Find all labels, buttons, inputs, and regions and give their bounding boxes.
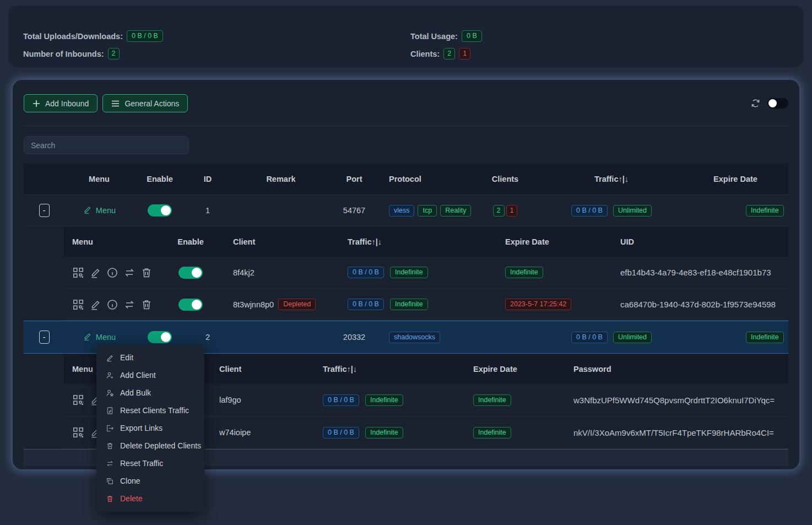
inbound-2-port: 20332 (332, 333, 376, 342)
toolbar-right (750, 98, 788, 109)
info-icon[interactable] (106, 299, 118, 311)
qrcode-icon[interactable] (72, 267, 84, 279)
client-laf9go-expire: Indefinite (472, 394, 571, 406)
inbound-row-1[interactable]: - Menu 1 54767 vless tcp Reality (24, 195, 788, 226)
refresh-icon[interactable] (750, 98, 761, 109)
inbound-1-id: 1 (186, 206, 230, 215)
qrcode-icon[interactable] (72, 426, 84, 439)
general-actions-button[interactable]: General Actions (102, 94, 188, 112)
client-name-text: 8t3wjnn8p0 (233, 300, 274, 309)
context-menu-item-add-client[interactable]: Add Client (96, 366, 204, 384)
number-of-inbounds-value: 2 (108, 48, 120, 59)
context-menu-item-export-links[interactable]: Export Links (96, 419, 204, 437)
context-menu-item-reset-traffic[interactable]: Reset Traffic (96, 454, 204, 472)
client-header-client: Client (215, 237, 334, 246)
client-w74ioipe-traffic: 0 B / 0 B Indefinite (316, 427, 472, 439)
protocol-tag-vless: vless (389, 205, 414, 217)
traffic-limit-badge: Indefinite (365, 394, 403, 406)
inbound-1-clients: 2 1 (470, 205, 540, 217)
client-w74ioipe-expire: Indefinite (472, 427, 571, 439)
traffic-limit-badge: Indefinite (390, 267, 428, 278)
users-add-icon (106, 389, 114, 397)
client-header-traffic-sortable[interactable]: Traffic↑|↓ (334, 237, 494, 246)
number-of-inbounds-label: Number of Inbounds: (23, 50, 104, 58)
reset-client-traffic-icon[interactable] (123, 267, 136, 279)
context-menu-item-edit[interactable]: Edit (96, 349, 204, 366)
qrcode-icon[interactable] (72, 299, 84, 311)
client-w74ioipe-name: w74ioipe (201, 428, 316, 437)
client-8t3wjnn8p0-name: 8t3wjnn8p0 Depleted (215, 299, 334, 310)
client-row-8t3wjnn8p0[interactable]: 8t3wjnn8p0 Depleted 0 B / 0 B Indefinite… (64, 289, 788, 321)
client-header-expire: Expire Date (472, 365, 571, 374)
client-8t3wjnn8p0-expire: 2023-5-7 17:25:42 (494, 299, 596, 310)
add-inbound-label: Add Inbound (45, 99, 89, 108)
total-uploads-downloads-label: Total Uploads/Downloads: (23, 32, 123, 41)
inbound-1-menu-button[interactable]: Menu (83, 205, 116, 216)
inbound-1-clients-active: 2 (493, 205, 505, 217)
header-id: ID (186, 175, 230, 183)
info-icon[interactable] (106, 267, 118, 279)
inbound-1-traffic-limit: Unlimited (613, 205, 652, 217)
collapse-inbound-2-button[interactable]: - (39, 331, 50, 344)
client-action-icons (72, 267, 153, 279)
header-protocol: Protocol (376, 175, 470, 183)
client-header-menu: Menu (64, 237, 166, 246)
traffic-limit-badge: Indefinite (365, 427, 403, 439)
inbound-1-protocol-tags: vless tcp Reality (376, 205, 470, 217)
traffic-badge: 0 B / 0 B (348, 267, 384, 278)
inbound-1-enable-toggle[interactable] (148, 204, 172, 217)
protocol-tag-tcp: tcp (418, 205, 437, 217)
reset-client-traffic-icon[interactable] (123, 299, 136, 311)
context-menu-item-delete[interactable]: Delete (96, 490, 204, 507)
edit-client-icon[interactable] (89, 267, 101, 279)
inbound-context-menu: Edit Add Client Add Bulk Reset Clients T… (96, 344, 204, 512)
inbounds-table-header: Menu Enable ID Remark Port Protocol Clie… (24, 164, 788, 195)
expire-badge: Indefinite (473, 394, 511, 406)
inbound-1-clients-depleted: 1 (506, 205, 518, 217)
client-header-password: Password (571, 365, 788, 374)
total-uploads-downloads-value: 0 B / 0 B (127, 30, 163, 42)
auto-refresh-toggle[interactable] (767, 98, 788, 109)
client-header-uid: UID (596, 237, 788, 246)
delete-client-icon[interactable] (140, 299, 153, 311)
client-8f4kj2-traffic: 0 B / 0 B Indefinite (334, 267, 494, 278)
search-input[interactable] (24, 136, 189, 154)
edit-client-icon[interactable] (89, 299, 101, 311)
client-header-traffic-sortable[interactable]: Traffic↑|↓ (316, 365, 472, 374)
collapse-inbound-1-button[interactable]: - (39, 204, 50, 217)
inbound-2-enable-toggle[interactable] (148, 331, 172, 343)
header-port: Port (332, 175, 376, 183)
inbound-1-port: 54767 (332, 206, 376, 215)
plus-icon (33, 100, 40, 107)
header-menu: Menu (64, 175, 134, 183)
header-traffic-sortable[interactable]: Traffic↑|↓ (540, 175, 683, 183)
stats-left-column: Total Uploads/Downloads: 0 B / 0 B Numbe… (23, 30, 163, 59)
delete-client-icon[interactable] (140, 267, 153, 279)
client-w74ioipe-password: nkV/I/3XoAm9v6xMT/T5IcrF4TpeTKF98rHARbRo… (571, 428, 788, 437)
client-8f4kj2-name: 8f4kj2 (215, 268, 334, 277)
edit-pencil-icon (83, 205, 92, 216)
traffic-badge: 0 B / 0 B (323, 394, 359, 406)
context-menu-item-add-bulk[interactable]: Add Bulk (96, 384, 204, 402)
context-menu-item-reset-clients-traffic[interactable]: Reset Clients Traffic (96, 402, 204, 419)
qrcode-icon[interactable] (72, 394, 84, 406)
context-menu-item-clone[interactable]: Clone (96, 472, 204, 490)
traffic-badge: 0 B / 0 B (323, 427, 359, 439)
client-8f4kj2-enable-toggle[interactable] (178, 267, 203, 279)
add-inbound-button[interactable]: Add Inbound (24, 94, 98, 112)
context-menu-item-delete-depleted-clients[interactable]: Delete Depleted Clients (96, 437, 204, 454)
stat-clients: Clients: 2 1 (410, 48, 482, 59)
client-8t3wjnn8p0-enable-toggle[interactable] (178, 299, 203, 311)
trash-depleted-icon (106, 442, 114, 450)
header-remark: Remark (230, 175, 332, 183)
client-row-8f4kj2[interactable]: 8f4kj2 0 B / 0 B Indefinite Indefinite e… (64, 257, 788, 289)
client-8t3wjnn8p0-uid: ca68470b-1940-437d-802b-1f9573e94598 (596, 300, 788, 309)
inbound-2-expire-badge: Indefinite (746, 332, 784, 343)
client-laf9go-password: w3NfbzUPf5WWd745Q8pvsmQrdrttT2IO6knuI7Di… (571, 396, 788, 405)
inbound-1-expire-badge: Indefinite (746, 205, 784, 217)
trash-icon (106, 495, 114, 503)
inbound-1-traffic: 0 B / 0 B Unlimited (540, 205, 683, 217)
inbound-2-menu-button[interactable]: Menu (83, 332, 116, 343)
protocol-tag-reality: Reality (440, 205, 471, 217)
client-laf9go-traffic: 0 B / 0 B Indefinite (316, 394, 472, 406)
